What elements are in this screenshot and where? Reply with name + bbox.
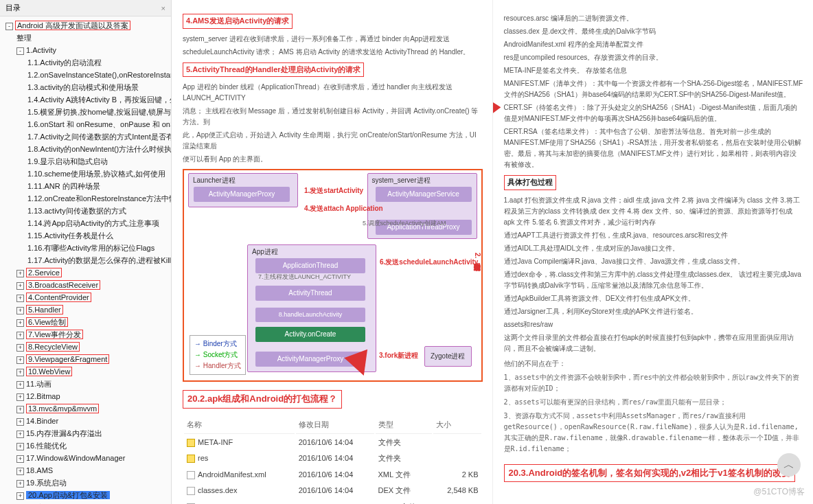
col-header[interactable]: 类型	[376, 417, 433, 434]
toc-item[interactable]: 2.Service	[26, 268, 62, 277]
toc-item[interactable]: 1.9.显示启动和隐式启动	[27, 157, 108, 165]
text-line: 2、assets可以能有更深的目录结构，而res/raw里面只能有一层目录；	[504, 397, 804, 408]
toc-item[interactable]: 16.性能优化	[26, 442, 67, 450]
toc-item[interactable]: 11.动画	[26, 380, 51, 388]
table-row[interactable]: resources.arsc2016/10/6 14:04ARSC 文件203 …	[184, 500, 481, 504]
para: App 进程的 binder 线程（ApplicationThread）在收到请…	[183, 82, 483, 104]
toc-item[interactable]: 18.AMS	[26, 466, 53, 474]
tree-toggle[interactable]: +	[16, 480, 24, 488]
root-node[interactable]: Android 高级开发面试题以及答案	[15, 21, 130, 30]
toc-item[interactable]: 10.WebView	[26, 367, 72, 376]
toc-item[interactable]: 8.RecycleView	[26, 342, 80, 352]
col-header[interactable]: 名称	[184, 417, 295, 434]
tree-toggle[interactable]: +	[16, 381, 24, 389]
arrow-label-6: 6.发送scheduleLaunchActivity	[380, 257, 478, 268]
node-整理[interactable]: 整理	[16, 34, 32, 42]
box-amp: ActivityManagerProxy	[194, 187, 290, 202]
col-header[interactable]: 修改日期	[296, 417, 374, 434]
box-打包过程: 具体打包过程	[504, 175, 556, 190]
content-right: resources.arsc 编译后的二进制资源文件。classes.dex 是…	[492, 0, 814, 504]
toc-item[interactable]: 9.Viewpager&Fragment	[26, 354, 109, 364]
toc-item[interactable]: 12.Bitmap	[26, 392, 60, 400]
table-row[interactable]: AndroidManifest.xml2016/10/6 14:04XML 文件…	[184, 468, 481, 483]
heading-5: 5.ActivityThread的Handler处理启动Activity的请求	[183, 62, 364, 78]
col-header[interactable]: 大小	[433, 417, 481, 434]
toc-item[interactable]: 1.7.Activity之间传递数据的方式Intent是否有大	[27, 133, 171, 141]
text-line: resources.arsc 编译后的二进制资源文件。	[504, 13, 804, 24]
toc-item[interactable]: 15.内存泄漏&内存溢出	[26, 429, 102, 437]
toc-item-selected[interactable]: 20.App启动&打包&安装	[26, 491, 110, 499]
tree-toggle[interactable]: +	[16, 443, 24, 450]
tree-toggle[interactable]: +	[16, 356, 24, 364]
folder-icon	[187, 439, 195, 447]
toc-item[interactable]: 1.1.Activity的启动流程	[27, 58, 102, 67]
chevron-up-icon: ︿	[783, 456, 794, 474]
box-at: ApplicationThread	[255, 258, 365, 273]
node-activity[interactable]: 1.Activity	[26, 46, 56, 54]
question-20-3: 20.3.Android的签名机制，签名如何实现的,v2相比于v1签名机制的改变	[504, 464, 795, 483]
tree-toggle[interactable]: +	[16, 344, 24, 352]
toc-item[interactable]: 5.Handler	[26, 305, 63, 314]
toc-item[interactable]: 1.3.activity的启动模式和使用场景	[27, 83, 139, 91]
tree-toggle[interactable]: +	[16, 406, 24, 413]
toc-item[interactable]: 3.BroadcastReceiver	[26, 280, 100, 290]
tree-toggle[interactable]: +	[16, 492, 24, 500]
tree-toggle[interactable]: +	[16, 418, 24, 426]
text-line: META-INF是签名文件夹。 存放签名信息	[504, 65, 804, 76]
arrow-label-3: 3.fork新进程	[379, 350, 418, 361]
tree-toggle[interactable]: +	[16, 393, 24, 401]
toc-item[interactable]: 13.mvc&mvp&mvvm	[26, 404, 99, 413]
text-line: res是uncompiled resources。存放资源文件的目录。	[504, 52, 804, 63]
toc-item[interactable]: 1.5.横竖屏切换,按home键,按返回键,锁屏与解锁	[27, 108, 171, 116]
arrow-label-7: 7.主线程发送LAUNCH_ACTIVITY	[258, 272, 351, 282]
text-line: classes.dex 是.dex文件。最终生成的Dalvik字节码	[504, 26, 804, 37]
file-table: 名称修改日期类型大小 META-INF2016/10/6 14:04文件夹res…	[183, 415, 483, 504]
text-line: assets和res/raw	[504, 319, 804, 330]
toc-item[interactable]: 1.4.Activity A跳转Activity B，再按返回键，生命	[27, 95, 171, 104]
toc-item[interactable]: 14.Binder	[26, 417, 58, 425]
scroll-top-button[interactable]: ︿	[777, 453, 801, 477]
tree-toggle[interactable]: +	[16, 332, 24, 339]
tree-toggle[interactable]: -	[16, 47, 24, 55]
table-row[interactable]: res2016/10/6 14:04文件夹	[184, 451, 481, 466]
toc-item[interactable]: 1.2.onSaveInstanceState(),onRestoreInsta…	[27, 71, 171, 79]
tree-toggle[interactable]: +	[16, 295, 24, 302]
arrow-label-5: 5.调度scheduleActivity创建AM	[363, 218, 446, 228]
toc-item[interactable]: 1.10.scheme使用场景,协议格式,如何使用	[27, 170, 165, 178]
toc-item[interactable]: 1.12.onCreate和onRestoreInstance方法中恢	[27, 194, 171, 203]
question-20-2: 20.2.apk组成和Android的打包流程？	[183, 390, 342, 409]
tree-toggle[interactable]: +	[16, 369, 24, 376]
table-row[interactable]: META-INF2016/10/6 14:04文件夹	[184, 435, 481, 450]
close-icon[interactable]: ×	[161, 4, 165, 12]
sidebar-title: 目录	[5, 3, 21, 13]
text-line: 1.aapt 打包资源文件生成 R.java 文件；aidl 生成 java 文…	[504, 195, 804, 228]
tree-toggle[interactable]: +	[16, 468, 24, 475]
toc-item[interactable]: 17.Window&WindowManager	[26, 454, 125, 462]
toc-item[interactable]: 1.6.onStart 和 onResume、onPause 和 onSto	[27, 120, 171, 128]
para: 此，App便正式启动，开始进入 Activity 生命周期，执行完 onCrea…	[183, 130, 483, 152]
tree-toggle[interactable]: +	[16, 270, 24, 277]
toc-item[interactable]: 6.View绘制	[26, 317, 68, 327]
tree-toggle[interactable]: +	[16, 319, 24, 327]
toc-item[interactable]: 19.系统启动	[26, 479, 67, 487]
toc-item[interactable]: 1.17.Activity的数据是怎么保存的,进程被Kill后,保	[27, 256, 171, 264]
tree-toggle[interactable]: -	[5, 23, 13, 30]
tree-toggle[interactable]: +	[16, 307, 24, 314]
table-row[interactable]: classes.dex2016/10/6 14:04DEX 文件2,548 KB	[184, 483, 481, 499]
toc-item[interactable]: 1.13.activty间传递数据的方式	[27, 207, 126, 215]
toc-item[interactable]: 1.16.有哪些Activity常用的标记位Flags	[27, 244, 154, 252]
tree-toggle[interactable]: +	[16, 431, 24, 438]
toc-item[interactable]: 1.8.Activity的onNewIntent()方法什么时候执行	[27, 145, 171, 153]
toc-item[interactable]: 1.11.ANR 的四种场景	[27, 182, 100, 190]
tree-toggle[interactable]: +	[16, 282, 24, 290]
text-line: 通过ApkBuilder工具将资源文件、DEX文件打包生成APK文件。	[504, 293, 804, 304]
tree-toggle[interactable]: +	[16, 455, 24, 463]
diff-head: 他们的不同点在于：	[504, 358, 804, 369]
toc-tree: -Android 高级开发面试题以及答案 整理 -1.Activity 1.1.…	[0, 16, 171, 504]
toc-item[interactable]: 1.15.Activity任务栈是什么	[27, 231, 113, 240]
launch-diagram: Launcher进程 ActivityManagerProxy system_s…	[183, 169, 483, 382]
toc-item[interactable]: 1.14.跨App启动Activity的方式,注意事项	[27, 219, 159, 227]
toc-item[interactable]: 4.ContentProvider	[26, 293, 91, 302]
watermark: @51CTO博客	[753, 485, 805, 499]
toc-item[interactable]: 7.View事件分发	[26, 330, 83, 339]
